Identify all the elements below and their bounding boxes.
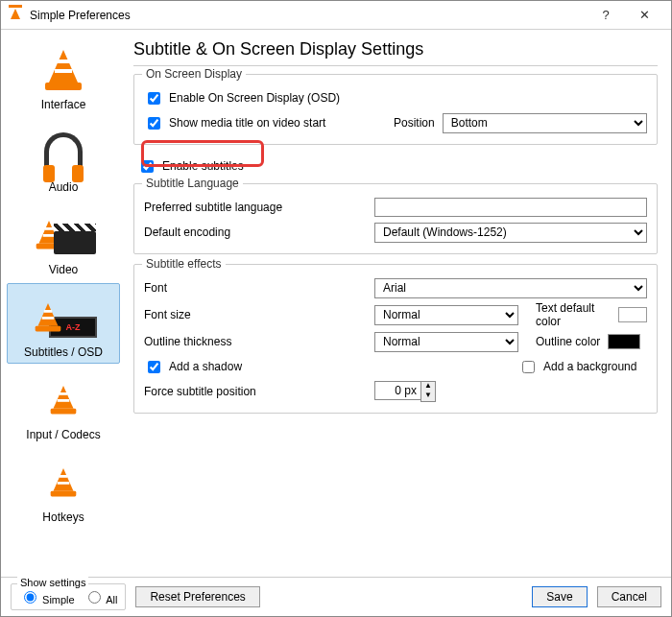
font-select[interactable]: Arial xyxy=(374,278,647,298)
checkbox-label: Add a shadow xyxy=(169,360,242,373)
font-size-select[interactable]: Normal xyxy=(374,305,518,325)
preferences-window: Simple Preferences ? ✕ Interface Audio V… xyxy=(0,0,672,617)
enable-osd-input[interactable] xyxy=(148,92,160,105)
checkbox-label: Show media title on video start xyxy=(169,116,325,130)
settings-panel: Subtitle & On Screen Display Settings On… xyxy=(126,30,671,577)
divider xyxy=(133,65,658,66)
sidebar-item-audio[interactable]: Audio xyxy=(7,118,120,199)
checkbox-label: Enable subtitles xyxy=(162,159,244,173)
titlebar: Simple Preferences ? ✕ xyxy=(1,1,671,30)
outline-thickness-label: Outline thickness xyxy=(144,335,374,348)
default-encoding-select[interactable]: Default (Windows-1252) xyxy=(374,223,647,243)
osd-icon: A-Z xyxy=(10,290,117,344)
add-background-checkbox[interactable]: Add a background xyxy=(518,358,636,376)
font-size-label: Font size xyxy=(144,308,374,321)
outline-color-label: Outline color xyxy=(536,335,600,348)
sidebar-item-label: Input / Codecs xyxy=(10,428,117,441)
cancel-button[interactable]: Cancel xyxy=(597,586,661,607)
position-select[interactable]: Bottom xyxy=(443,113,647,133)
category-sidebar: Interface Audio Video A-Z Subtitles / OS… xyxy=(1,30,126,577)
sidebar-item-interface[interactable]: Interface xyxy=(7,36,120,116)
close-button[interactable]: ✕ xyxy=(625,2,663,29)
sidebar-item-input-codecs[interactable]: Input / Codecs xyxy=(7,366,120,446)
text-color-label: Text default color xyxy=(536,301,611,328)
group-title: On Screen Display xyxy=(142,67,246,81)
mode-simple-radio[interactable]: Simple xyxy=(19,594,75,605)
reset-preferences-button[interactable]: Reset Preferences xyxy=(135,586,259,607)
sidebar-item-label: Audio xyxy=(10,180,117,194)
force-position-input[interactable] xyxy=(374,381,420,400)
font-label: Font xyxy=(144,281,374,295)
enable-subtitles-input[interactable] xyxy=(141,160,154,173)
sidebar-item-label: Interface xyxy=(10,98,117,111)
window-title: Simple Preferences xyxy=(30,9,587,22)
vlc-app-icon xyxy=(9,8,24,23)
headphones-icon xyxy=(10,125,117,178)
sidebar-item-label: Hotkeys xyxy=(10,510,117,524)
outline-color-swatch[interactable] xyxy=(608,334,640,349)
add-shadow-checkbox[interactable]: Add a shadow xyxy=(144,358,278,376)
sidebar-item-label: Subtitles / OSD xyxy=(10,345,117,359)
preferred-language-input[interactable] xyxy=(374,198,647,217)
group-title: Subtitle effects xyxy=(142,257,226,271)
sidebar-item-label: Video xyxy=(10,263,117,276)
enable-subtitles-checkbox[interactable]: Enable subtitles xyxy=(137,157,244,176)
sidebar-item-subtitles-osd[interactable]: A-Z Subtitles / OSD xyxy=(7,283,120,364)
group-title: Subtitle Language xyxy=(142,177,243,190)
force-position-spinner[interactable]: ▲ ▼ xyxy=(374,381,436,402)
puzzle-icon xyxy=(10,372,117,426)
footer: Show settings Simple All Reset Preferenc… xyxy=(1,577,671,616)
add-background-input[interactable] xyxy=(522,361,535,373)
group-title: Show settings xyxy=(17,577,88,588)
checkbox-label: Add a background xyxy=(543,360,636,373)
text-color-swatch[interactable] xyxy=(618,307,647,322)
preferred-language-label: Preferred subtitle language xyxy=(144,201,374,214)
show-media-title-checkbox[interactable]: Show media title on video start xyxy=(144,114,394,132)
save-button[interactable]: Save xyxy=(532,586,587,607)
default-encoding-label: Default encoding xyxy=(144,225,374,239)
clapper-icon xyxy=(10,207,117,261)
sidebar-item-hotkeys[interactable]: Hotkeys xyxy=(7,448,120,529)
sidebar-item-video[interactable]: Video xyxy=(7,201,120,281)
subtitle-effects-group: Subtitle effects Font Arial Font size No… xyxy=(133,264,658,414)
force-position-label: Force subtitle position xyxy=(144,385,374,398)
help-button[interactable]: ? xyxy=(587,2,625,29)
osd-group: On Screen Display Enable On Screen Displ… xyxy=(133,74,658,145)
spin-down-icon[interactable]: ▼ xyxy=(421,392,435,401)
checkbox-label: Enable On Screen Display (OSD) xyxy=(169,91,340,105)
page-title: Subtitle & On Screen Display Settings xyxy=(133,39,658,59)
show-settings-group: Show settings Simple All xyxy=(11,583,126,610)
position-label: Position xyxy=(394,116,435,130)
mode-all-radio[interactable]: All xyxy=(84,594,118,605)
add-shadow-input[interactable] xyxy=(148,361,160,373)
subtitle-language-group: Subtitle Language Preferred subtitle lan… xyxy=(133,183,658,254)
enable-osd-checkbox[interactable]: Enable On Screen Display (OSD) xyxy=(144,89,340,107)
cone-icon xyxy=(10,42,117,96)
outline-thickness-select[interactable]: Normal xyxy=(374,332,518,352)
keycap-icon xyxy=(10,455,117,509)
show-media-title-input[interactable] xyxy=(148,117,160,130)
